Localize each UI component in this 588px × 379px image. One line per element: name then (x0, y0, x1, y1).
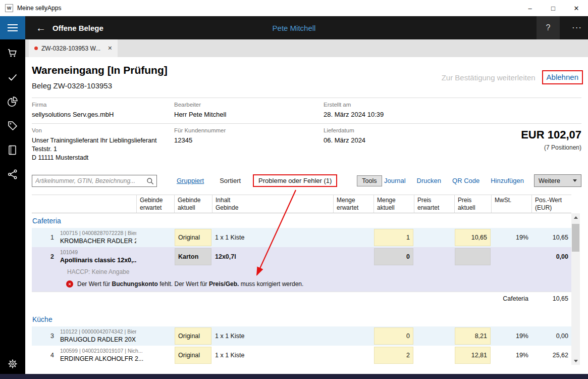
article-code: 110122 | 00000042074342 | Bier... (60, 328, 141, 335)
menge-erwartet-cell (333, 346, 373, 365)
article-code: 100599 | 04002103019107 | Nich... (60, 348, 143, 354)
gruppiert-toggle[interactable]: Gruppiert (177, 177, 204, 184)
gebinde-aktuell-input[interactable]: Karton (175, 248, 211, 265)
group-footer-value: 10,65 (531, 292, 571, 305)
scrollbar-down-button[interactable] (571, 357, 580, 365)
chevron-down-icon (573, 179, 577, 182)
maximize-button[interactable]: □ (542, 0, 565, 16)
table-row[interactable]: 4 100599 | 04002103019107 | Nich... ERDI… (32, 346, 571, 365)
lieferdatum-value: 06. März 2024 (324, 136, 440, 145)
checkmark-icon[interactable] (7, 71, 19, 83)
gebinde-aktuell-input[interactable]: Original (175, 327, 211, 345)
weitere-label: Weitere (539, 177, 560, 184)
price-tag-icon[interactable] (7, 120, 19, 132)
article-code: 100715 | 04008287072228 | Bier... (60, 230, 141, 236)
vertical-scrollbar[interactable] (571, 213, 580, 365)
preis-erwartet-cell (414, 346, 454, 365)
table-header-row: Gebindeerwartet Gebindeaktuell InhaltGeb… (32, 195, 571, 213)
app-icon: W (5, 4, 13, 12)
table-row[interactable]: 3 110122 | 00000042074342 | Bier... BRAU… (32, 326, 571, 346)
tab-close-icon[interactable]: ✕ (108, 45, 112, 52)
article-name: KROMBACHER RADLER 2... (60, 237, 143, 245)
inhalt-gebinde-cell: 1 x 1 Kiste (212, 346, 333, 365)
qr-code-link[interactable]: QR Code (452, 177, 479, 184)
document-actions: Zur Bestätigung weiterleiten Ablehnen (442, 70, 583, 84)
menge-erwartet-cell (333, 228, 373, 247)
inhalt-gebinde-cell: 12x0,7l (212, 247, 333, 266)
firma-label: Firma (32, 101, 174, 108)
preis-aktuell-input[interactable]: 12,81 (455, 347, 491, 364)
erstellt-label: Erstellt am (324, 101, 581, 108)
mwst-cell: 19% (491, 228, 531, 247)
gebinde-erwartet-cell (136, 228, 174, 247)
article-cell: 100715 | 04008287072228 | Bier... KROMBA… (57, 228, 136, 247)
table-row-selected[interactable]: 2 101049 Apollinaris classic 12x0,... Ka… (32, 247, 571, 266)
col-header-preis-erwartet[interactable]: Preiserwartet (414, 195, 454, 213)
col-header-empty (32, 195, 57, 213)
bottom-status-bar (0, 374, 588, 379)
pie-chart-icon[interactable] (7, 96, 19, 108)
col-header-inhalt-gebinde[interactable]: InhaltGebinde (212, 195, 333, 213)
document-tab[interactable]: ZW-0328-103953 W... ✕ (29, 39, 118, 57)
scrollbar-track[interactable] (571, 221, 580, 357)
menge-aktuell-input[interactable]: 1 (374, 229, 413, 246)
hamburger-menu-icon[interactable] (0, 16, 25, 39)
user-name[interactable]: Pete Mitchell (273, 24, 316, 32)
col-header-pos-wert[interactable]: Pos.-Wert(EUR) (531, 195, 571, 213)
reject-button[interactable]: Ablehnen (547, 73, 578, 81)
gebinde-aktuell-input[interactable]: Original (175, 347, 211, 364)
hinzufuegen-link[interactable]: Hinzufügen (491, 177, 524, 184)
col-header-preis-aktuell[interactable]: Preisaktuell (454, 195, 491, 213)
firma-value: sellysolutions Serv.ges.mbH (32, 111, 174, 119)
app-header: ← Offene Belege Pete Mitchell ? ··· (0, 16, 588, 39)
col-header-gebinde-erwartet[interactable]: Gebindeerwartet (136, 195, 174, 213)
preis-aktuell-input[interactable]: 10,65 (455, 229, 491, 246)
inhalt-gebinde-cell: 1 x 1 Kiste (212, 326, 333, 346)
table-row[interactable]: 1 100715 | 04008287072228 | Bier... KROM… (32, 228, 571, 247)
scrollbar-up-button[interactable] (571, 213, 580, 221)
journal-book-icon[interactable] (7, 144, 19, 156)
article-name: Apollinaris classic 12x0,... (60, 256, 138, 264)
gebinde-aktuell-input[interactable]: Original (175, 229, 211, 246)
sortiert-toggle[interactable]: Sortiert (220, 177, 241, 184)
group-footer-label: Cafeteria (491, 292, 531, 305)
scrollbar-thumb[interactable] (572, 224, 579, 252)
menge-aktuell-input[interactable]: 2 (374, 347, 413, 364)
close-button[interactable]: ✕ (565, 0, 588, 16)
minimize-button[interactable]: – (518, 0, 542, 16)
error-message: Der Wert für Buchungskonto fehlt. Der We… (77, 280, 303, 288)
preis-aktuell-input[interactable] (455, 248, 491, 265)
search-input[interactable] (35, 176, 141, 186)
haccp-row: HACCP: Keine Angabe (32, 266, 571, 278)
row-number: 2 (32, 247, 57, 266)
gear-icon[interactable] (7, 358, 19, 370)
positions-table: Gebindeerwartet Gebindeaktuell InhaltGeb… (32, 195, 588, 365)
von-line-3: D 11111 Musterstadt (32, 154, 174, 162)
probleme-filter[interactable]: Probleme oder Fehler (1) (253, 174, 337, 187)
more-options-icon[interactable]: ··· (572, 23, 582, 33)
tab-bar: ZW-0328-103953 W... ✕ (25, 39, 588, 57)
help-icon[interactable]: ? (537, 16, 560, 39)
preis-aktuell-input[interactable]: 8,21 (455, 327, 491, 345)
col-header-menge-aktuell[interactable]: Mengeaktuell (373, 195, 414, 213)
weitere-dropdown[interactable]: Weitere (534, 174, 581, 187)
col-header-menge-erwartet[interactable]: Mengeerwartet (333, 195, 373, 213)
window-title: Meine sellyApps (17, 5, 61, 12)
tools-button[interactable]: Tools (357, 175, 382, 186)
cart-icon[interactable] (7, 47, 19, 59)
menge-aktuell-input[interactable]: 0 (374, 327, 413, 345)
col-header-gebinde-aktuell[interactable]: Gebindeaktuell (174, 195, 212, 213)
forward-button[interactable]: Zur Bestätigung weiterleiten (442, 73, 536, 82)
pos-wert-cell: 0,00 (531, 326, 571, 346)
menge-aktuell-input[interactable]: 0 (374, 248, 413, 265)
toolbar: Gruppiert Sortiert Probleme oder Fehler … (32, 174, 581, 187)
col-header-mwst[interactable]: MwSt. (491, 195, 531, 213)
share-network-icon[interactable] (7, 168, 19, 180)
page-title: Offene Belege (52, 24, 103, 32)
window-titlebar: W Meine sellyApps – □ ✕ (0, 0, 588, 16)
back-icon[interactable]: ← (36, 23, 46, 33)
erstellt-value: 28. März 2024 10:39 (324, 111, 581, 119)
drucken-link[interactable]: Drucken (417, 177, 441, 184)
col-header-artikel (57, 195, 136, 213)
journal-link[interactable]: Journal (384, 177, 406, 184)
